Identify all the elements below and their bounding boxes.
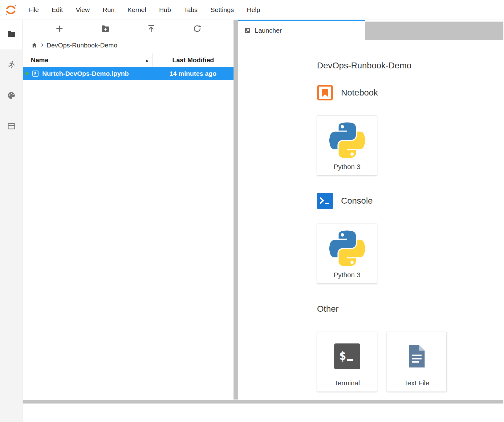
new-folder-icon — [101, 24, 110, 33]
column-header-name[interactable]: Name ▲ — [23, 53, 152, 67]
menu-bar: File Edit View Run Kernel Hub Tabs Setti… — [0, 0, 504, 19]
notebook-icon — [317, 85, 333, 101]
python-logo-icon — [329, 116, 365, 163]
menu-settings[interactable]: Settings — [204, 1, 240, 19]
launcher-panel: DevOps-Runbook-Demo Notebook — [238, 40, 503, 400]
terminal-icon: $ — [334, 332, 360, 379]
running-man-icon — [7, 60, 16, 71]
section-label: Notebook — [341, 88, 378, 98]
sort-ascending-icon: ▲ — [145, 58, 149, 63]
panel-splitter[interactable] — [234, 20, 238, 400]
sidebar-tab-running[interactable] — [0, 50, 22, 81]
launcher-card-text-file[interactable]: Text File — [387, 332, 447, 392]
palette-icon — [7, 91, 16, 101]
file-last-modified: 14 minutes ago — [152, 67, 234, 80]
launcher-card-console-python3[interactable]: Python 3 — [317, 224, 377, 284]
menu-kernel[interactable]: Kernel — [121, 1, 153, 19]
jupyterlab-window: File Edit View Run Kernel Hub Tabs Setti… — [0, 0, 504, 422]
jupyter-logo-icon — [4, 3, 18, 17]
menu-run[interactable]: Run — [96, 1, 121, 19]
window-bottom-strip — [23, 400, 503, 404]
left-sidebar — [0, 20, 22, 422]
folder-icon — [7, 30, 16, 40]
new-launcher-button[interactable] — [54, 23, 65, 34]
python-logo-icon — [329, 224, 365, 271]
menu-help[interactable]: Help — [240, 1, 266, 19]
text-file-icon — [404, 332, 429, 379]
kernel-running-dot-icon — [25, 72, 29, 75]
card-label: Terminal — [334, 379, 360, 387]
section-header-console: Console — [317, 193, 503, 209]
card-label: Text File — [404, 379, 429, 387]
column-header-last-modified[interactable]: Last Modified — [152, 53, 234, 67]
plus-icon — [55, 24, 64, 33]
menu-view[interactable]: View — [69, 1, 96, 19]
notebook-file-icon — [32, 70, 39, 77]
last-modified-column-label: Last Modified — [172, 56, 214, 64]
file-row-selected[interactable]: Nurtch-DevOps-Demo.ipynb 14 minutes ago — [23, 67, 234, 80]
window-icon — [7, 122, 16, 132]
file-browser-panel: › DevOps-Runbook-Demo Name ▲ Last Modifi… — [23, 20, 234, 400]
section-label: Console — [341, 196, 373, 206]
file-browser-toolbar — [23, 20, 234, 38]
home-icon[interactable] — [31, 42, 38, 49]
menu-hub[interactable]: Hub — [152, 1, 177, 19]
svg-text:$: $ — [339, 349, 346, 363]
file-list-header: Name ▲ Last Modified — [23, 53, 234, 67]
new-folder-button[interactable] — [100, 23, 111, 34]
file-row-name-cell: Nurtch-DevOps-Demo.ipynb — [23, 67, 152, 80]
main-dock-panel: Launcher DevOps-Runbook-Demo Notebook — [238, 20, 503, 400]
upload-icon — [147, 24, 156, 33]
section-label: Other — [317, 304, 339, 314]
sidebar-tab-commands[interactable] — [0, 81, 22, 112]
tab-launcher[interactable]: Launcher — [238, 20, 365, 40]
sidebar-tab-open-tabs[interactable] — [0, 112, 22, 142]
upload-button[interactable] — [146, 23, 157, 34]
refresh-icon — [193, 24, 202, 33]
launcher-tab-icon — [244, 27, 251, 34]
menu-file[interactable]: File — [22, 1, 45, 19]
section-header-other: Other — [317, 304, 503, 314]
card-label: Python 3 — [334, 271, 360, 279]
launcher-card-terminal[interactable]: $ Terminal — [317, 332, 377, 392]
breadcrumb-separator: › — [41, 41, 43, 50]
name-column-label: Name — [31, 56, 48, 64]
card-label: Python 3 — [334, 163, 360, 171]
breadcrumb: › DevOps-Runbook-Demo — [23, 38, 234, 53]
menu-tabs[interactable]: Tabs — [177, 1, 204, 19]
file-name: Nurtch-DevOps-Demo.ipynb — [42, 70, 129, 77]
launcher-card-notebook-python3[interactable]: Python 3 — [317, 116, 377, 176]
launcher-title: DevOps-Runbook-Demo — [317, 61, 503, 71]
console-icon — [317, 193, 333, 209]
menu-edit[interactable]: Edit — [45, 1, 69, 19]
dock-tab-bar: Launcher — [238, 20, 503, 40]
breadcrumb-folder[interactable]: DevOps-Runbook-Demo — [47, 42, 117, 49]
sidebar-tab-files[interactable] — [0, 20, 22, 50]
tab-label: Launcher — [255, 27, 282, 34]
section-header-notebook: Notebook — [317, 85, 503, 101]
tab-bar-empty-area — [365, 22, 503, 40]
refresh-button[interactable] — [192, 23, 203, 34]
